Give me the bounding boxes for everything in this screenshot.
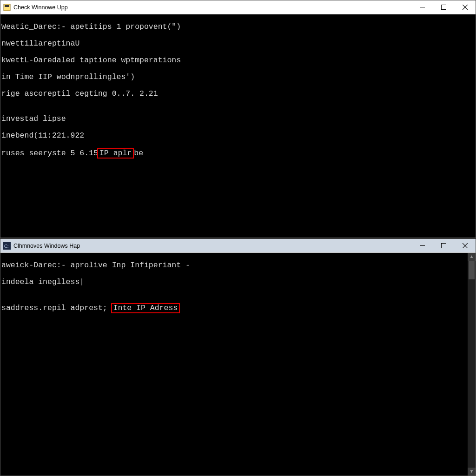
bottom-terminal-window: C: Clhmnoves Windows Hap aweick-Darec:- … [0, 238, 476, 476]
terminal-line: in Time IIP wodnprollingles') [0, 73, 476, 81]
terminal-line: indeela ineglless| [0, 278, 476, 286]
ip-highlight-box: Inte IP Adress [111, 303, 180, 313]
svg-rect-3 [441, 5, 446, 10]
terminal-text: saddress.repil adprest; [1, 304, 112, 312]
terminal-line: aweick-Darec:- aprolive Inp Infiperiant … [0, 261, 476, 270]
terminal-line: Weatic_Darec:- apetitips 1 propovent(") [0, 23, 476, 31]
scroll-down-arrow-icon[interactable]: ▼ [468, 468, 476, 476]
scroll-up-arrow-icon[interactable]: ▲ [468, 253, 476, 261]
terminal-line: nwettillareptinaU [0, 40, 476, 48]
highlighted-text: Inte IP Adress [113, 304, 178, 312]
close-button[interactable] [454, 239, 476, 253]
scroll-thumb[interactable] [469, 261, 475, 279]
terminal-line: inebend(11:221.922 [0, 132, 476, 140]
terminal-line: rige ascoreptil cegting 0..7. 2.21 [0, 90, 476, 98]
close-button[interactable] [454, 0, 476, 14]
svg-rect-1 [5, 5, 9, 7]
cmd-icon: C: [3, 242, 11, 250]
window-title: Check Winnowe Upp [13, 4, 68, 11]
svg-text:C:: C: [4, 244, 8, 249]
terminal-line: investad lipse [0, 115, 476, 123]
terminal-line: saddress.repil adprest; Inte IP Adress [0, 303, 476, 313]
ip-highlight-box: IP aplr [97, 148, 134, 159]
window-title: Clhmnoves Windows Hap [13, 243, 80, 249]
scroll-track[interactable] [468, 261, 476, 468]
svg-rect-9 [441, 244, 446, 248]
terminal-text: ruses seeryste 5 6.15 [1, 149, 98, 158]
top-terminal-window: Check Winnowe Upp Weatic_Darec:- apetiti… [0, 0, 476, 238]
minimize-button[interactable] [411, 239, 433, 253]
terminal-output[interactable]: Weatic_Darec:- apetitips 1 propovent(") … [0, 14, 476, 238]
terminal-line: kwettL-Oaredaled taptione wptmperations [0, 56, 476, 65]
terminal-output[interactable]: aweick-Darec:- aprolive Inp Infiperiant … [0, 253, 476, 476]
terminal-icon [3, 4, 11, 11]
minimize-button[interactable] [411, 0, 433, 14]
vertical-scrollbar[interactable]: ▲ ▼ [468, 253, 476, 476]
terminal-line: ruses seeryste 5 6.15IP aplrbe [0, 148, 476, 159]
maximize-button[interactable] [433, 0, 454, 14]
titlebar[interactable]: C: Clhmnoves Windows Hap [0, 239, 476, 253]
maximize-button[interactable] [433, 239, 454, 253]
terminal-text: be [134, 149, 143, 158]
highlighted-text: IP aplr [99, 149, 132, 158]
titlebar[interactable]: Check Winnowe Upp [0, 0, 476, 14]
